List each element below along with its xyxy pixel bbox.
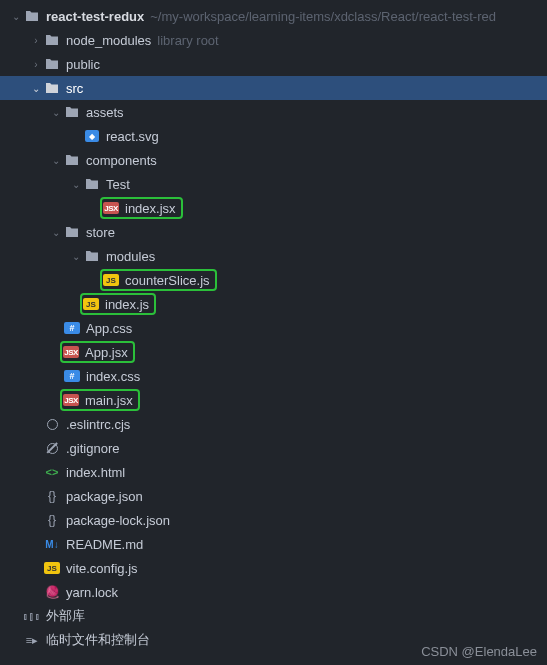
tree-row-index-html[interactable]: <> index.html <box>0 460 547 484</box>
tree-row-main-jsx[interactable]: JSX main.jsx <box>0 388 547 412</box>
package-lock-label: package-lock.json <box>66 513 170 528</box>
gitignore-file-icon <box>44 440 60 456</box>
root-name: react-test-redux <box>46 9 144 24</box>
assets-label: assets <box>86 105 124 120</box>
watermark: CSDN @ElendaLee <box>421 644 537 659</box>
jsx-file-icon: JSX <box>63 344 79 360</box>
highlight-box: JS index.js <box>80 293 156 315</box>
tree-row-public[interactable]: › public <box>0 52 547 76</box>
jsx-file-icon: JSX <box>103 200 119 216</box>
yarn-file-icon: 🧶 <box>44 584 60 600</box>
tree-row-vite-config[interactable]: JS vite.config.js <box>0 556 547 580</box>
tree-row-gitignore[interactable]: .gitignore <box>0 436 547 460</box>
js-file-icon: JS <box>103 272 119 288</box>
tree-row-yarn-lock[interactable]: 🧶 yarn.lock <box>0 580 547 604</box>
chevron-down-icon[interactable]: ⌄ <box>8 11 24 22</box>
index-html-label: index.html <box>66 465 125 480</box>
chevron-down-icon[interactable]: ⌄ <box>68 251 84 262</box>
chevron-down-icon[interactable]: ⌄ <box>68 179 84 190</box>
chevron-right-icon[interactable]: › <box>28 59 44 70</box>
chevron-down-icon[interactable]: ⌄ <box>48 107 64 118</box>
readme-label: README.md <box>66 537 143 552</box>
json-file-icon: {} <box>44 488 60 504</box>
folder-icon <box>44 56 60 72</box>
folder-icon <box>24 8 40 24</box>
app-css-label: App.css <box>86 321 132 336</box>
tree-row-readme[interactable]: M↓ README.md <box>0 532 547 556</box>
library-root-hint: library root <box>157 33 218 48</box>
tree-row-test[interactable]: ⌄ Test <box>0 172 547 196</box>
highlight-box: JS counterSlice.js <box>100 269 217 291</box>
app-jsx-label: App.jsx <box>85 345 128 360</box>
jsx-file-icon: JSX <box>63 392 79 408</box>
chevron-down-icon[interactable]: ⌄ <box>28 83 44 94</box>
store-label: store <box>86 225 115 240</box>
library-icon: ⫾⫿⫾ <box>24 608 40 624</box>
tree-row-assets[interactable]: ⌄ assets <box>0 100 547 124</box>
js-file-icon: JS <box>44 560 60 576</box>
tree-row-package-lock[interactable]: {} package-lock.json <box>0 508 547 532</box>
folder-icon <box>44 80 60 96</box>
vite-config-label: vite.config.js <box>66 561 138 576</box>
counterslice-label: counterSlice.js <box>125 273 210 288</box>
folder-icon <box>64 152 80 168</box>
tree-row-components[interactable]: ⌄ components <box>0 148 547 172</box>
css-file-icon: # <box>64 368 80 384</box>
src-label: src <box>66 81 83 96</box>
main-jsx-label: main.jsx <box>85 393 133 408</box>
tree-row-eslintrc[interactable]: .eslintrc.cjs <box>0 412 547 436</box>
tree-row-src[interactable]: ⌄ src <box>0 76 547 100</box>
highlight-box: JSX App.jsx <box>60 341 135 363</box>
css-file-icon: # <box>64 320 80 336</box>
test-label: Test <box>106 177 130 192</box>
root-path: ~/my-workspace/learning-items/xdclass/Re… <box>150 9 496 24</box>
markdown-file-icon: M↓ <box>44 536 60 552</box>
tree-row-store-index-js[interactable]: JS index.js <box>0 292 547 316</box>
index-css-label: index.css <box>86 369 140 384</box>
folder-icon <box>84 248 100 264</box>
eslintrc-label: .eslintrc.cjs <box>66 417 130 432</box>
tree-row-test-index-jsx[interactable]: JSX index.jsx <box>0 196 547 220</box>
config-file-icon <box>44 416 60 432</box>
gitignore-label: .gitignore <box>66 441 119 456</box>
external-libs-label: 外部库 <box>46 607 85 625</box>
react-svg-label: react.svg <box>106 129 159 144</box>
tree-row-modules[interactable]: ⌄ modules <box>0 244 547 268</box>
chevron-down-icon[interactable]: ⌄ <box>48 155 64 166</box>
tree-row-app-css[interactable]: # App.css <box>0 316 547 340</box>
scratches-icon: ≡▸ <box>24 632 40 648</box>
tree-row-external-libs[interactable]: ⫾⫿⫾ 外部库 <box>0 604 547 628</box>
tree-row-node-modules[interactable]: › node_modules library root <box>0 28 547 52</box>
folder-icon <box>64 224 80 240</box>
svg-file-icon: ◆ <box>84 128 100 144</box>
html-file-icon: <> <box>44 464 60 480</box>
store-index-js-label: index.js <box>105 297 149 312</box>
yarn-lock-label: yarn.lock <box>66 585 118 600</box>
chevron-right-icon[interactable]: › <box>28 35 44 46</box>
js-file-icon: JS <box>83 296 99 312</box>
tree-row-index-css[interactable]: # index.css <box>0 364 547 388</box>
folder-icon <box>44 32 60 48</box>
highlight-box: JSX main.jsx <box>60 389 140 411</box>
components-label: components <box>86 153 157 168</box>
tree-row-app-jsx[interactable]: JSX App.jsx <box>0 340 547 364</box>
folder-icon <box>64 104 80 120</box>
public-label: public <box>66 57 100 72</box>
package-json-label: package.json <box>66 489 143 504</box>
json-file-icon: {} <box>44 512 60 528</box>
folder-icon <box>84 176 100 192</box>
highlight-box: JSX index.jsx <box>100 197 183 219</box>
test-index-jsx-label: index.jsx <box>125 201 176 216</box>
node-modules-label: node_modules <box>66 33 151 48</box>
tree-row-root[interactable]: ⌄ react-test-redux ~/my-workspace/learni… <box>0 4 547 28</box>
modules-label: modules <box>106 249 155 264</box>
tree-row-store[interactable]: ⌄ store <box>0 220 547 244</box>
chevron-down-icon[interactable]: ⌄ <box>48 227 64 238</box>
tree-row-counterslice[interactable]: JS counterSlice.js <box>0 268 547 292</box>
project-tree: ⌄ react-test-redux ~/my-workspace/learni… <box>0 0 547 652</box>
scratches-label: 临时文件和控制台 <box>46 631 150 649</box>
tree-row-react-svg[interactable]: ◆ react.svg <box>0 124 547 148</box>
tree-row-package-json[interactable]: {} package.json <box>0 484 547 508</box>
